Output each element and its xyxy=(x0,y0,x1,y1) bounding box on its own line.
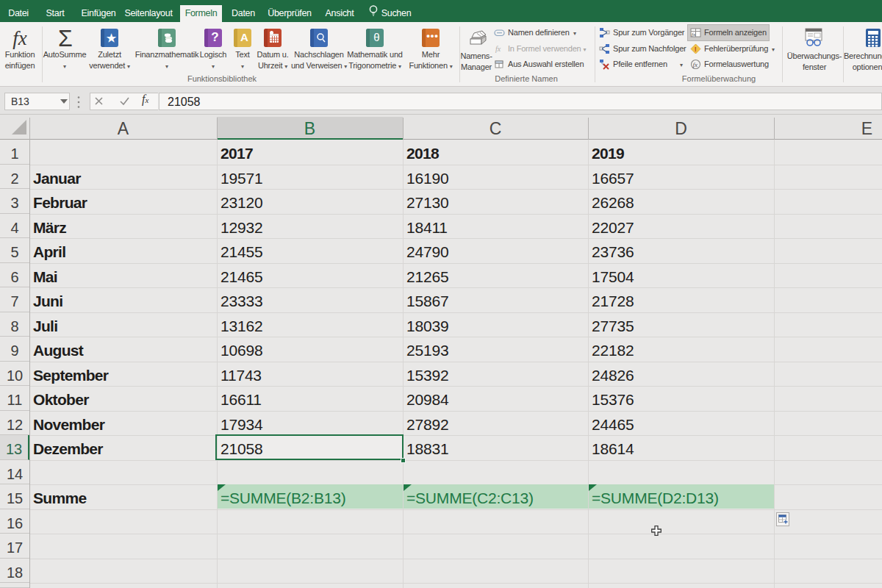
svg-text:fx: fx xyxy=(495,45,501,53)
svg-text:fx: fx xyxy=(692,32,696,37)
svg-text:fx: fx xyxy=(693,61,698,68)
svg-text:!: ! xyxy=(695,46,697,53)
